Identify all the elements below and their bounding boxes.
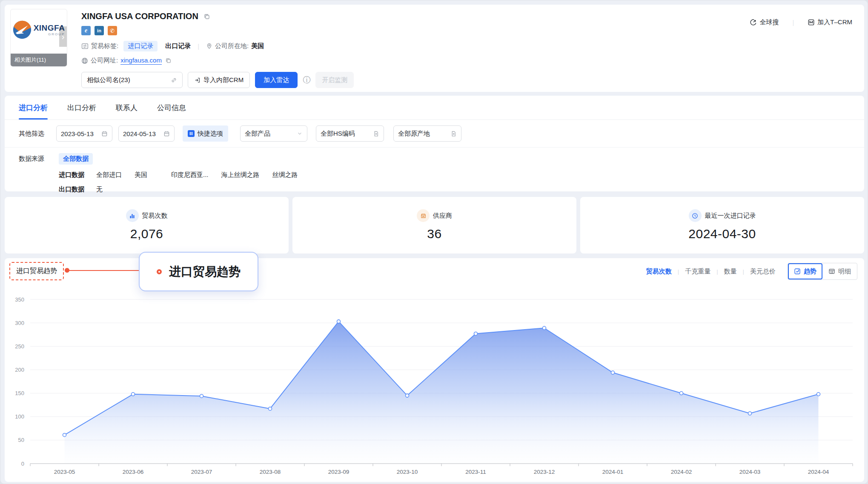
chevron-down-icon [297, 131, 303, 137]
view-toggle: 趋势 明细 [788, 263, 857, 280]
tab-import-analysis[interactable]: 进口分析 [19, 96, 48, 120]
date-end-input[interactable]: 2024-05-13 [118, 125, 175, 142]
callout-text: 进口贸易趋势 [169, 264, 241, 280]
hs-code-select[interactable]: 全部HS编码 [316, 125, 384, 142]
tag-import-records[interactable]: 进口记录 [123, 41, 158, 51]
all-data-chip[interactable]: 全部数据 [59, 153, 93, 165]
import-source-item[interactable]: 海上丝绸之路 [221, 171, 260, 179]
stat-value: 2,076 [130, 227, 163, 241]
location-pin-icon [206, 43, 212, 49]
trade-tag-icon [81, 43, 89, 50]
svg-text:2024-02: 2024-02 [671, 469, 692, 475]
metric-usd-total[interactable]: 美元总价 [750, 268, 776, 276]
calendar-icon [101, 131, 108, 137]
import-source-item[interactable]: 全部进口 [96, 171, 122, 179]
svg-text:2024-04: 2024-04 [808, 469, 829, 475]
bar-chart-icon [126, 209, 139, 222]
stat-card-latest-import: 最近一次进口记录 2024-04-30 [580, 197, 864, 253]
svg-text:2023-10: 2023-10 [397, 469, 418, 475]
date-start-input[interactable]: 2023-05-13 [56, 125, 112, 142]
global-search-button[interactable]: 全球搜 [750, 18, 779, 26]
stat-value: 2024-04-30 [688, 227, 756, 241]
quick-options-button[interactable]: 快捷选项 [183, 125, 228, 142]
website-label: 公司网址: [91, 57, 118, 65]
svg-text:2023-08: 2023-08 [260, 469, 281, 475]
svg-text:350: 350 [15, 296, 24, 303]
svg-text:150: 150 [15, 390, 24, 396]
product-select[interactable]: 全部产品 [240, 125, 307, 142]
metric-trade-count[interactable]: 贸易次数 [646, 268, 672, 276]
table-icon [828, 268, 835, 275]
similar-companies-select[interactable]: 相似公司名(23) [81, 72, 183, 88]
analysis-card: 进口分析 出口分析 联系人 公司信息 其他筛选 2023-05-13 2024-… [5, 96, 864, 191]
svg-text:2023-11: 2023-11 [465, 469, 486, 475]
callout-target-icon [157, 269, 162, 274]
shop-icon [417, 209, 430, 222]
link-icon [171, 77, 177, 83]
stat-card-trade-count: 贸易次数 2,076 [5, 197, 289, 253]
calendar-icon [163, 131, 170, 137]
svg-text:50: 50 [18, 437, 24, 443]
info-icon[interactable]: ⓘ [303, 76, 310, 84]
globe-icon [81, 57, 88, 64]
trend-icon [794, 268, 801, 275]
trade-tag-label: 贸易标签: [91, 42, 118, 50]
view-trend-button[interactable]: 趋势 [788, 263, 822, 279]
logo-mark-icon [13, 20, 32, 39]
document-icon [450, 131, 457, 137]
svg-text:2023-06: 2023-06 [123, 469, 144, 475]
metric-kg-weight[interactable]: 千克重量 [685, 268, 710, 276]
trade-trend-chart[interactable]: 0501001502002503003502023-052023-062023-… [11, 289, 858, 480]
import-source-item[interactable]: 丝绸之路 [272, 171, 298, 179]
tab-company-info[interactable]: 公司信息 [157, 96, 186, 120]
import-source-item[interactable]: 美国 [135, 171, 147, 179]
import-trend-card: 进口贸易趋势 贸易次数 | 千克重量 | 数量 | 美元总价 趋势 [5, 258, 864, 482]
svg-text:2023-05: 2023-05 [54, 469, 75, 475]
stat-label: 供应商 [433, 212, 452, 220]
join-tcrm-button[interactable]: 加入T–CRM [808, 18, 852, 26]
tab-export-analysis[interactable]: 出口分析 [67, 96, 96, 120]
svg-text:2023-09: 2023-09 [328, 469, 349, 475]
copy-icon[interactable] [203, 13, 210, 20]
page: XINGFA GROUP 相关图片(11) › XINGFA USA CORPO… [0, 0, 868, 484]
location-label: 公司所在地: [215, 42, 249, 50]
copy-icon[interactable] [165, 57, 172, 64]
import-trend-title: 进口贸易趋势 [9, 262, 64, 280]
website-link[interactable]: xingfausa.com [120, 57, 162, 65]
clock-icon [689, 209, 702, 222]
origin-select[interactable]: 全部原产地 [393, 125, 461, 142]
svg-text:2023-07: 2023-07 [191, 469, 212, 475]
quick-options-icon [188, 130, 195, 137]
tab-contacts[interactable]: 联系人 [116, 96, 138, 120]
carousel-next-button[interactable]: › [59, 26, 67, 47]
add-radar-button[interactable]: 加入雷达 [255, 72, 298, 88]
tag-export-records[interactable]: 出口记录 [165, 42, 191, 50]
import-crm-button[interactable]: 导入内部CRM [188, 72, 250, 88]
metric-quantity[interactable]: 数量 [724, 268, 737, 276]
import-source-item[interactable]: 印度尼西亚... [171, 171, 209, 179]
website-e-icon[interactable]: e [81, 26, 91, 35]
global-search-icon [750, 19, 757, 26]
export-data-value: 无 [96, 185, 103, 194]
start-monitor-button[interactable]: 开启监测 [315, 72, 354, 88]
callout-tooltip: 进口贸易趋势 [139, 252, 258, 291]
svg-text:200: 200 [15, 367, 24, 373]
company-logo: XINGFA GROUP [11, 20, 67, 39]
company-header-card: XINGFA GROUP 相关图片(11) › XINGFA USA CORPO… [5, 5, 864, 92]
company-logo-card[interactable]: XINGFA GROUP 相关图片(11) › [10, 9, 67, 67]
other-filters-label: 其他筛选 [19, 130, 44, 138]
svg-text:300: 300 [15, 320, 24, 326]
phone-icon[interactable]: ✆ [108, 26, 117, 35]
import-icon [194, 77, 201, 83]
view-detail-button[interactable]: 明细 [822, 263, 857, 279]
location-value: 美国 [251, 42, 264, 50]
tab-bar: 进口分析 出口分析 联系人 公司信息 [5, 96, 864, 120]
related-images-label[interactable]: 相关图片(11) [11, 54, 67, 66]
import-data-label: 进口数据 [59, 171, 96, 179]
stat-label: 贸易次数 [142, 212, 168, 220]
stat-label: 最近一次进口记录 [705, 212, 756, 220]
linkedin-icon[interactable]: in [95, 26, 104, 35]
company-name: XINGFA USA CORPORATION [81, 11, 198, 21]
svg-text:2024-01: 2024-01 [602, 469, 624, 475]
stat-card-suppliers: 供应商 36 [292, 197, 576, 253]
